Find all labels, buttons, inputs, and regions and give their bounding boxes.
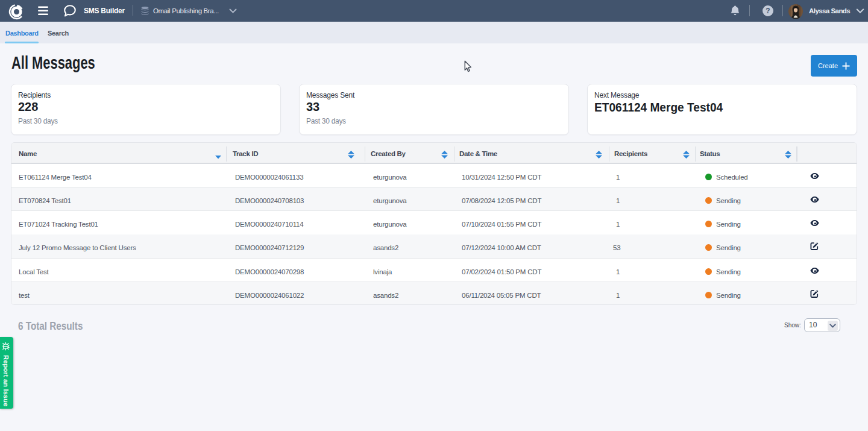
svg-text:?: ? [766, 7, 770, 15]
